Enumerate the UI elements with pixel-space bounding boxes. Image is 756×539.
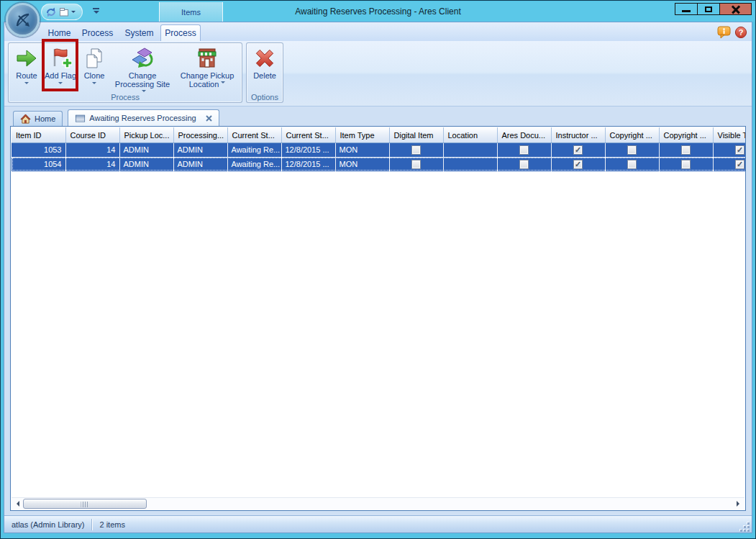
list-view-icon bbox=[75, 113, 86, 124]
cell-item-id[interactable]: 1053 bbox=[12, 142, 65, 157]
add-flag-button[interactable]: Add Flag bbox=[42, 45, 78, 86]
cell-item-id[interactable]: 1054 bbox=[12, 157, 65, 171]
digital-item-checkbox[interactable] bbox=[411, 145, 421, 155]
close-button[interactable] bbox=[719, 3, 752, 15]
col-course-id[interactable]: Course ID bbox=[65, 127, 119, 142]
col-ares-document[interactable]: Ares Docu... bbox=[497, 127, 551, 142]
cell-pickup-location[interactable]: ADMIN bbox=[119, 157, 173, 171]
ribbon: Route Add Flag bbox=[4, 41, 752, 107]
cell-item-type[interactable]: MON bbox=[335, 142, 389, 157]
cell-current-status[interactable]: Awaiting Re... bbox=[227, 157, 281, 171]
route-dropdown-icon[interactable] bbox=[24, 82, 29, 86]
ares-document-checkbox[interactable] bbox=[519, 160, 529, 169]
visible-to-checkbox[interactable] bbox=[735, 160, 744, 169]
ares-document-checkbox[interactable] bbox=[519, 145, 529, 155]
cell-ares-document[interactable] bbox=[497, 157, 551, 171]
bow-and-arrow-icon bbox=[12, 9, 34, 31]
cell-visible-to[interactable] bbox=[713, 157, 746, 171]
change-processing-site-button[interactable]: Change Processing Site bbox=[110, 45, 175, 97]
cell-current-status-date[interactable]: 12/8/2015 ... bbox=[281, 157, 335, 171]
grid-row-1053[interactable]: 1053 14 ADMIN ADMIN Awaiting Re... 12/8/… bbox=[12, 142, 746, 157]
doc-tab-awaiting-reserves-processing[interactable]: Awaiting Reserves Processing bbox=[68, 109, 219, 126]
status-bar: atlas (Admin Library) 2 items bbox=[4, 515, 752, 533]
new-item-dropdown-icon[interactable] bbox=[71, 11, 76, 15]
delete-x-icon bbox=[253, 47, 276, 70]
cell-visible-to[interactable] bbox=[713, 142, 746, 157]
col-visible-to[interactable]: Visible To... bbox=[713, 127, 746, 142]
clone-button[interactable]: Clone bbox=[78, 45, 110, 86]
scroll-left-button[interactable] bbox=[12, 499, 22, 509]
digital-item-checkbox[interactable] bbox=[411, 160, 421, 169]
ribbon-tab-home[interactable]: Home bbox=[42, 25, 77, 41]
change-pickup-location-button[interactable]: Change Pickup Location bbox=[175, 45, 240, 89]
cell-copyright-a[interactable] bbox=[605, 142, 659, 157]
scroll-right-button[interactable] bbox=[734, 499, 744, 509]
help-question-icon[interactable]: ? bbox=[734, 26, 747, 39]
cell-location[interactable] bbox=[443, 142, 497, 157]
cell-instructor[interactable] bbox=[551, 142, 605, 157]
resize-grip[interactable] bbox=[739, 522, 750, 532]
copyright-a-checkbox[interactable] bbox=[627, 145, 637, 155]
col-pickup-location[interactable]: Pickup Loc... bbox=[119, 127, 173, 142]
cell-digital-item[interactable] bbox=[389, 157, 443, 171]
contextual-group-label: Items bbox=[181, 8, 201, 17]
route-button[interactable]: Route bbox=[11, 45, 42, 86]
col-current-status-date[interactable]: Current St... bbox=[281, 127, 335, 142]
change-pickup-location-dropdown-icon[interactable] bbox=[221, 81, 225, 86]
cell-pickup-location[interactable]: ADMIN bbox=[119, 142, 173, 157]
cell-copyright-b[interactable] bbox=[659, 157, 713, 171]
visible-to-checkbox[interactable] bbox=[735, 145, 744, 155]
sync-icon[interactable] bbox=[45, 6, 57, 18]
cell-copyright-b[interactable] bbox=[659, 142, 713, 157]
delete-button[interactable]: Delete bbox=[249, 45, 281, 80]
doc-tab-home[interactable]: Home bbox=[13, 111, 63, 126]
ribbon-tab-row: Home Process System Process ? bbox=[4, 22, 752, 41]
doc-tab-home-label: Home bbox=[35, 114, 55, 123]
cell-current-status-date[interactable]: 12/8/2015 ... bbox=[281, 142, 335, 157]
ribbon-tab-process[interactable]: Process bbox=[77, 25, 118, 41]
col-digital-item[interactable]: Digital Item bbox=[389, 127, 443, 142]
flag-add-icon bbox=[49, 47, 72, 70]
info-balloon-icon[interactable] bbox=[717, 26, 732, 39]
title-bar[interactable]: Awaiting Reserves Processing - Ares Clie… bbox=[1, 1, 755, 22]
cell-location[interactable] bbox=[443, 157, 497, 171]
maximize-button[interactable] bbox=[697, 3, 720, 15]
copyright-a-checkbox[interactable] bbox=[627, 160, 637, 169]
close-icon bbox=[731, 5, 741, 14]
horizontal-scrollbar[interactable] bbox=[12, 497, 744, 509]
col-item-type[interactable]: Item Type bbox=[335, 127, 389, 142]
cell-instructor[interactable] bbox=[551, 157, 605, 171]
cell-current-status[interactable]: Awaiting Re... bbox=[227, 142, 281, 157]
tab-close-icon[interactable] bbox=[206, 115, 212, 122]
cell-course-id[interactable]: 14 bbox=[65, 157, 119, 171]
add-flag-dropdown-icon[interactable] bbox=[58, 82, 63, 86]
instructor-checkbox[interactable] bbox=[573, 145, 583, 155]
application-menu-button[interactable] bbox=[6, 3, 40, 37]
cell-processing-site[interactable]: ADMIN bbox=[173, 157, 227, 171]
col-copyright-a[interactable]: Copyright ... bbox=[605, 127, 659, 142]
cell-copyright-a[interactable] bbox=[605, 157, 659, 171]
group-label-options: Options bbox=[247, 93, 283, 101]
instructor-checkbox[interactable] bbox=[573, 160, 583, 169]
cell-course-id[interactable]: 14 bbox=[65, 142, 119, 157]
copyright-b-checkbox[interactable] bbox=[681, 160, 691, 169]
col-copyright-b[interactable]: Copyright ... bbox=[659, 127, 713, 142]
scrollbar-thumb[interactable] bbox=[23, 499, 147, 509]
minimize-button[interactable] bbox=[675, 3, 698, 15]
cell-ares-document[interactable] bbox=[497, 142, 551, 157]
new-item-icon[interactable] bbox=[58, 6, 70, 18]
col-instructor[interactable]: Instructor ... bbox=[551, 127, 605, 142]
cell-digital-item[interactable] bbox=[389, 142, 443, 157]
grid-row-1054[interactable]: 1054 14 ADMIN ADMIN Awaiting Re... 12/8/… bbox=[12, 157, 746, 171]
col-processing-site[interactable]: Processing... bbox=[173, 127, 227, 142]
qat-customize-icon[interactable] bbox=[93, 8, 99, 17]
col-current-status[interactable]: Current St... bbox=[227, 127, 281, 142]
col-location[interactable]: Location bbox=[443, 127, 497, 142]
col-item-id[interactable]: Item ID bbox=[12, 127, 65, 142]
clone-dropdown-icon[interactable] bbox=[92, 82, 96, 86]
cell-item-type[interactable]: MON bbox=[335, 157, 389, 171]
ribbon-tab-process-contextual[interactable]: Process bbox=[160, 24, 201, 41]
ribbon-tab-system[interactable]: System bbox=[118, 25, 160, 41]
cell-processing-site[interactable]: ADMIN bbox=[173, 142, 227, 157]
copyright-b-checkbox[interactable] bbox=[681, 145, 691, 155]
